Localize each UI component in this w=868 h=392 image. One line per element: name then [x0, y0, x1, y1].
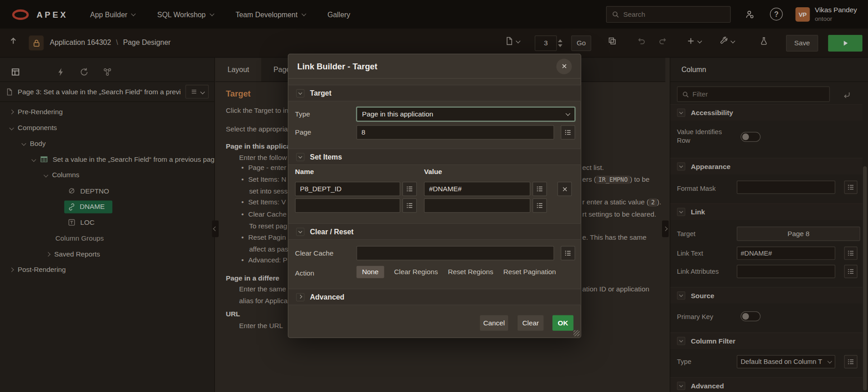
dialog-resize-handle[interactable] — [574, 330, 580, 336]
chevron-down-icon — [566, 111, 570, 116]
action-clear-regions[interactable]: Clear Regions — [394, 268, 438, 276]
cancel-button[interactable]: Cancel — [480, 315, 508, 331]
clear-cache-input[interactable] — [356, 246, 554, 261]
list-icon — [564, 129, 572, 136]
target-page-input[interactable] — [356, 125, 554, 140]
list-icon — [536, 185, 543, 193]
list-icon — [406, 202, 413, 209]
collapse-box — [296, 293, 304, 301]
collapse-box — [296, 89, 304, 97]
section-label: Target — [310, 89, 331, 97]
field-label-page: Page — [295, 129, 312, 136]
close-dialog-button[interactable] — [556, 58, 572, 74]
section-label: Clear / Reset — [310, 227, 354, 236]
set-item-value-lov-1[interactable] — [532, 182, 547, 196]
target-page-lov-button[interactable] — [561, 125, 575, 140]
column-header-value: Value — [424, 168, 442, 175]
action-reset-regions[interactable]: Reset Regions — [448, 268, 493, 276]
section-label: Advanced — [310, 293, 345, 301]
field-label-clear-cache: Clear Cache — [295, 249, 334, 257]
dialog-title: Link Builder - Target — [297, 62, 556, 71]
action-reset-pagination[interactable]: Reset Pagination — [503, 268, 556, 276]
set-item-value-input-1[interactable] — [424, 182, 530, 196]
clear-button[interactable]: Clear — [518, 315, 543, 331]
set-item-name-input-1[interactable] — [295, 182, 400, 196]
close-icon — [561, 63, 568, 70]
set-item-value-input-2[interactable] — [424, 198, 530, 213]
collapse-box — [296, 153, 304, 161]
column-header-name: Name — [295, 168, 314, 175]
set-item-name-lov-1[interactable] — [403, 182, 417, 196]
link-builder-dialog: Link Builder - Target Target Type Page i… — [288, 54, 581, 338]
action-none[interactable]: None — [356, 266, 384, 278]
select-value: Page in this application — [362, 110, 563, 118]
dialog-section-target[interactable]: Target — [288, 85, 580, 102]
remove-set-item-button[interactable] — [557, 182, 572, 196]
clear-cache-lov-button[interactable] — [561, 246, 575, 261]
field-label-type: Type — [295, 110, 310, 118]
set-item-name-lov-2[interactable] — [403, 198, 417, 213]
chevron-down-icon — [298, 91, 302, 95]
dialog-header[interactable]: Link Builder - Target — [288, 54, 580, 79]
dialog-section-set-items[interactable]: Set Items — [288, 149, 580, 165]
field-label-action: Action — [295, 269, 314, 277]
set-item-name-input-2[interactable] — [295, 198, 400, 213]
ok-button[interactable]: OK — [552, 315, 573, 331]
list-icon — [406, 185, 413, 193]
apex-page-designer: APEX App Builder SQL Workshop Team Devel… — [0, 0, 868, 392]
chevron-down-icon — [298, 229, 302, 233]
list-icon — [564, 249, 572, 257]
list-icon — [536, 202, 543, 209]
target-type-select[interactable]: Page in this application — [356, 107, 575, 121]
chevron-down-icon — [298, 154, 302, 158]
dialog-section-clear-reset[interactable]: Clear / Reset — [288, 223, 580, 240]
section-label: Set Items — [310, 153, 342, 161]
dialog-section-advanced[interactable]: Advanced — [288, 289, 580, 305]
close-icon — [561, 185, 568, 193]
collapse-box — [296, 227, 304, 236]
action-radio-group: None Clear Regions Reset Regions Reset P… — [356, 266, 556, 278]
set-item-value-lov-2[interactable] — [532, 198, 547, 213]
chevron-right-icon — [298, 295, 302, 299]
